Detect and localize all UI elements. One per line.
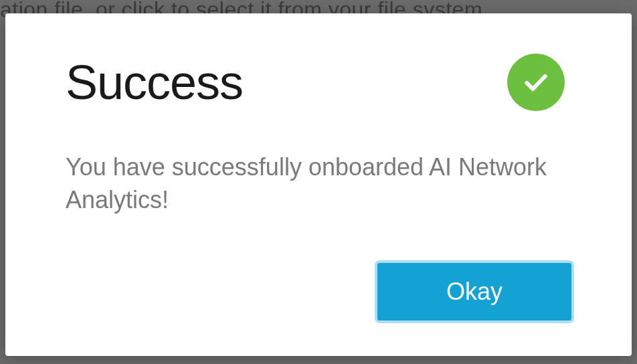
dialog-actions: Okay xyxy=(66,263,571,321)
success-dialog: Success You have successfully onboarded … xyxy=(5,13,632,356)
dialog-header: Success xyxy=(66,54,571,111)
okay-button[interactable]: Okay xyxy=(377,263,571,321)
dialog-title: Success xyxy=(66,55,243,110)
success-checkmark-icon xyxy=(507,54,565,111)
dialog-message: You have successfully onboarded AI Netwo… xyxy=(66,151,561,216)
